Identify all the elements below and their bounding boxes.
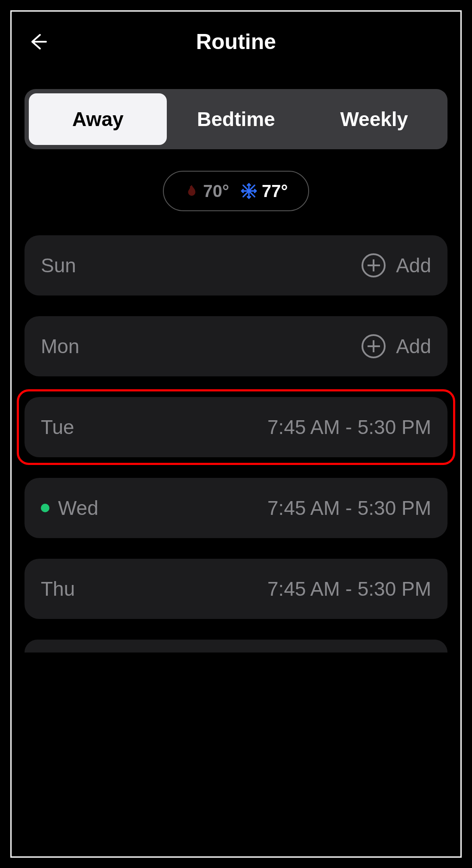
day-label-wrap: Sun bbox=[41, 254, 118, 277]
active-dot-icon bbox=[41, 504, 49, 512]
snowflake-icon bbox=[240, 182, 257, 200]
app-frame: Routine AwayBedtimeWeekly 70° bbox=[0, 0, 472, 868]
day-row-thu[interactable]: Thu7:45 AM - 5:30 PM bbox=[25, 559, 447, 619]
tab-label: Away bbox=[72, 108, 123, 131]
day-label: Thu bbox=[41, 577, 75, 600]
page-title: Routine bbox=[196, 29, 276, 54]
header: Routine bbox=[25, 20, 447, 63]
day-row-wed[interactable]: Wed7:45 AM - 5:30 PM bbox=[25, 478, 447, 538]
time-range: 7:45 AM - 5:30 PM bbox=[267, 416, 431, 439]
tab-away[interactable]: Away bbox=[29, 93, 167, 145]
flame-icon bbox=[184, 184, 199, 198]
heat-setting: 70° bbox=[184, 182, 230, 201]
day-label-wrap: Wed bbox=[41, 496, 118, 520]
day-label-wrap: Thu bbox=[41, 577, 118, 600]
day-label: Wed bbox=[58, 496, 98, 520]
day-label: Tue bbox=[41, 416, 74, 439]
day-row-tue[interactable]: Tue7:45 AM - 5:30 PM bbox=[25, 397, 447, 457]
app-inner: Routine AwayBedtimeWeekly 70° bbox=[10, 10, 462, 858]
heat-value: 70° bbox=[203, 182, 230, 201]
tab-label: Bedtime bbox=[197, 108, 275, 131]
tab-label: Weekly bbox=[340, 108, 408, 131]
cool-setting: 77° bbox=[240, 182, 288, 201]
tab-bedtime[interactable]: Bedtime bbox=[167, 93, 305, 145]
arrow-left-icon bbox=[27, 31, 48, 52]
cool-value: 77° bbox=[262, 182, 288, 201]
day-row-peek bbox=[25, 640, 447, 653]
back-button[interactable] bbox=[25, 29, 50, 55]
day-label: Sun bbox=[41, 254, 76, 277]
temperature-pill[interactable]: 70° 77° bbox=[163, 171, 309, 211]
routine-tabs: AwayBedtimeWeekly bbox=[25, 89, 447, 149]
day-label: Mon bbox=[41, 335, 79, 358]
time-range: 7:45 AM - 5:30 PM bbox=[267, 577, 431, 600]
add-label: Add bbox=[396, 254, 431, 277]
day-row-mon[interactable]: MonAdd bbox=[25, 316, 447, 376]
plus-circle-icon bbox=[362, 253, 386, 277]
add-schedule-button[interactable]: Add bbox=[362, 334, 431, 358]
tab-weekly[interactable]: Weekly bbox=[305, 93, 443, 145]
add-label: Add bbox=[396, 335, 431, 358]
day-label-wrap: Mon bbox=[41, 335, 118, 358]
day-label-wrap: Tue bbox=[41, 416, 118, 439]
day-list: SunAddMonAddTue7:45 AM - 5:30 PMWed7:45 … bbox=[25, 235, 447, 653]
day-row-sun[interactable]: SunAdd bbox=[25, 235, 447, 295]
time-range: 7:45 AM - 5:30 PM bbox=[267, 496, 431, 520]
add-schedule-button[interactable]: Add bbox=[362, 253, 431, 277]
plus-circle-icon bbox=[362, 334, 386, 358]
